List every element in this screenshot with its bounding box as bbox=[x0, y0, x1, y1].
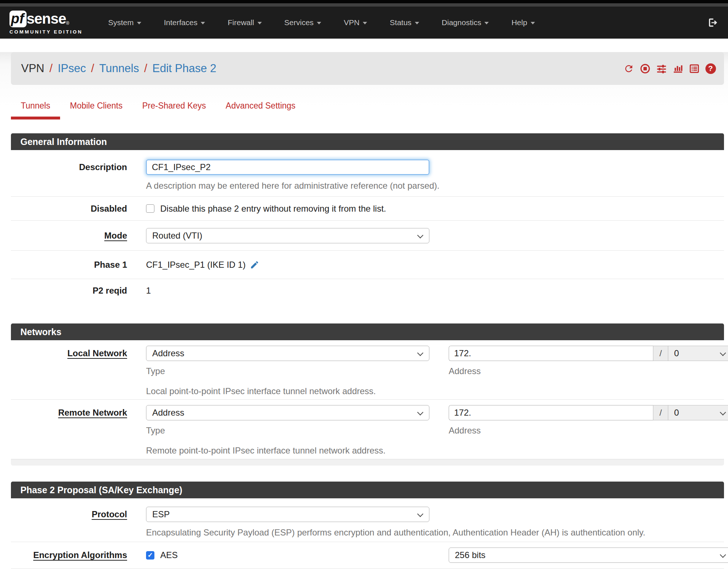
protocol-row: Protocol ESP Encapsulating Security Payl… bbox=[11, 498, 724, 542]
help-button[interactable]: ? bbox=[705, 63, 716, 74]
navbar-menu: System Interfaces Firewall Services VPN … bbox=[108, 18, 535, 27]
status-button[interactable] bbox=[672, 63, 683, 74]
phase1-row: Phase 1 CF1_IPsec_P1 (IKE ID 1) bbox=[11, 251, 724, 279]
local-network-help: Local point-to-point IPsec interface tun… bbox=[146, 386, 429, 396]
breadcrumb-tunnels-link[interactable]: Tunnels bbox=[99, 62, 139, 75]
breadcrumb-ipsec-link[interactable]: IPsec bbox=[58, 62, 86, 75]
disabled-checkbox[interactable] bbox=[146, 204, 154, 213]
nav-item-vpn[interactable]: VPN bbox=[344, 18, 367, 27]
tab-mobile-clients[interactable]: Mobile Clients bbox=[60, 97, 132, 119]
chevron-down-icon bbox=[484, 22, 489, 24]
chevron-down-icon bbox=[720, 350, 726, 356]
aes-checkbox[interactable]: ✓ bbox=[146, 551, 154, 560]
breadcrumb-edit-phase2-link[interactable]: Edit Phase 2 bbox=[152, 62, 216, 75]
restart-service-button[interactable] bbox=[623, 63, 634, 74]
tab-pre-shared-keys[interactable]: Pre-Shared Keys bbox=[132, 97, 216, 119]
page-content: VPN / IPsec / Tunnels / Edit Phase 2 bbox=[0, 52, 728, 573]
nav-item-diagnostics[interactable]: Diagnostics bbox=[442, 18, 489, 27]
local-network-type-select[interactable]: Address bbox=[146, 346, 429, 361]
section-title-general: General Information bbox=[11, 133, 724, 150]
disabled-label: Disabled bbox=[91, 204, 127, 213]
disabled-checkbox-label: Disable this phase 2 entry without remov… bbox=[160, 204, 386, 214]
description-row: Description CF1_IPsec_P2 A description m… bbox=[11, 150, 724, 197]
mode-label: Mode bbox=[104, 231, 127, 240]
logo-registered-mark: ® bbox=[66, 21, 69, 26]
p2reqid-value: 1 bbox=[146, 286, 151, 295]
chevron-down-icon bbox=[257, 22, 262, 24]
view-log-button[interactable] bbox=[689, 63, 700, 74]
nav-item-services[interactable]: Services bbox=[284, 18, 322, 27]
section-title-proposal: Phase 2 Proposal (SA/Key Exchange) bbox=[11, 482, 724, 498]
chevron-down-icon bbox=[531, 22, 535, 24]
stop-circle-icon bbox=[640, 63, 650, 74]
remote-mask-select[interactable]: 0 bbox=[668, 405, 728, 420]
refresh-icon bbox=[623, 63, 634, 74]
description-help: A description may be entered here for ad… bbox=[146, 181, 724, 191]
local-network-row: Local Network Address Type Local point-t… bbox=[11, 340, 724, 400]
general-information-panel: General Information Description CF1_IPse… bbox=[11, 133, 724, 302]
section-title-networks: Networks bbox=[11, 323, 724, 340]
networks-panel: Networks Local Network Address Type Loca… bbox=[11, 323, 724, 466]
nav-item-system[interactable]: System bbox=[108, 18, 141, 27]
remote-network-row: Remote Network Address Type Remote point… bbox=[11, 400, 724, 459]
breadcrumb-actions: ? bbox=[623, 63, 716, 74]
related-settings-button[interactable] bbox=[656, 63, 667, 74]
local-type-help: Type bbox=[146, 366, 429, 376]
protocol-select[interactable]: ESP bbox=[146, 507, 429, 522]
tab-advanced-settings[interactable]: Advanced Settings bbox=[216, 97, 306, 119]
chevron-down-icon bbox=[317, 22, 321, 24]
description-input[interactable]: CF1_IPsec_P2 bbox=[146, 160, 429, 175]
nav-item-status[interactable]: Status bbox=[390, 18, 419, 27]
encryption-algorithms-label: Encryption Algorithms bbox=[33, 550, 127, 560]
tab-bar: Tunnels Mobile Clients Pre-Shared Keys A… bbox=[11, 97, 724, 119]
slash-separator: / bbox=[653, 405, 668, 420]
stop-service-button[interactable] bbox=[640, 63, 650, 74]
encryption-row-aes128gcm: AES128-GCM Auto bbox=[11, 569, 724, 573]
pfsense-logo[interactable]: pf sense ® COMMUNITY EDITION bbox=[9, 11, 83, 35]
chevron-down-icon bbox=[720, 409, 726, 416]
mode-row: Mode Routed (VTI) bbox=[11, 221, 724, 251]
protocol-help: Encapsulating Security Payload (ESP) per… bbox=[146, 527, 724, 538]
chevron-down-icon bbox=[417, 232, 424, 238]
log-list-icon bbox=[689, 63, 700, 74]
chevron-down-icon bbox=[137, 22, 141, 24]
local-network-label: Local Network bbox=[67, 348, 127, 358]
breadcrumb: VPN / IPsec / Tunnels / Edit Phase 2 bbox=[21, 62, 216, 75]
aes-bits-select[interactable]: 256 bits bbox=[449, 548, 728, 563]
encryption-row-aes: Encryption Algorithms ✓ AES 256 bits bbox=[11, 542, 724, 569]
tab-tunnels[interactable]: Tunnels bbox=[11, 97, 60, 119]
slash-separator: / bbox=[653, 346, 668, 361]
phase2-proposal-panel: Phase 2 Proposal (SA/Key Exchange) Proto… bbox=[11, 482, 724, 573]
chevron-down-icon bbox=[417, 511, 424, 517]
local-address-help: Address bbox=[449, 366, 728, 376]
remote-network-type-select[interactable]: Address bbox=[146, 405, 429, 420]
sign-out-button[interactable] bbox=[708, 17, 719, 28]
nav-item-help[interactable]: Help bbox=[511, 18, 535, 27]
p2reqid-row: P2 reqid 1 bbox=[11, 279, 724, 302]
logo-pf-mark: pf bbox=[9, 11, 27, 27]
nav-item-interfaces[interactable]: Interfaces bbox=[164, 18, 205, 27]
window-top-strip-light bbox=[0, 3, 728, 7]
remote-address-input[interactable]: 172. bbox=[449, 405, 653, 420]
aes-label: AES bbox=[160, 550, 178, 560]
local-address-input[interactable]: 172. bbox=[449, 346, 653, 361]
chevron-down-icon bbox=[720, 552, 726, 558]
phase1-label: Phase 1 bbox=[94, 260, 127, 270]
chevron-down-icon bbox=[417, 409, 424, 416]
mode-select[interactable]: Routed (VTI) bbox=[146, 228, 429, 243]
edit-pencil-icon[interactable] bbox=[250, 260, 259, 270]
sign-out-icon bbox=[708, 17, 719, 28]
window-top-strip bbox=[0, 0, 728, 3]
bar-chart-icon bbox=[673, 63, 683, 74]
logo-sense-text: sense bbox=[27, 11, 66, 27]
remote-address-help: Address bbox=[449, 425, 728, 436]
description-label: Description bbox=[79, 162, 127, 172]
p2reqid-label: P2 reqid bbox=[93, 286, 127, 295]
nav-item-firewall[interactable]: Firewall bbox=[228, 18, 261, 27]
protocol-label: Protocol bbox=[92, 509, 127, 519]
remote-network-help: Remote point-to-point IPsec interface tu… bbox=[146, 446, 429, 456]
phase1-value: CF1_IPsec_P1 (IKE ID 1) bbox=[146, 260, 245, 270]
breadcrumb-vpn: VPN bbox=[21, 62, 44, 75]
breadcrumb-panel: VPN / IPsec / Tunnels / Edit Phase 2 bbox=[11, 52, 724, 85]
local-mask-select[interactable]: 0 bbox=[668, 346, 728, 361]
